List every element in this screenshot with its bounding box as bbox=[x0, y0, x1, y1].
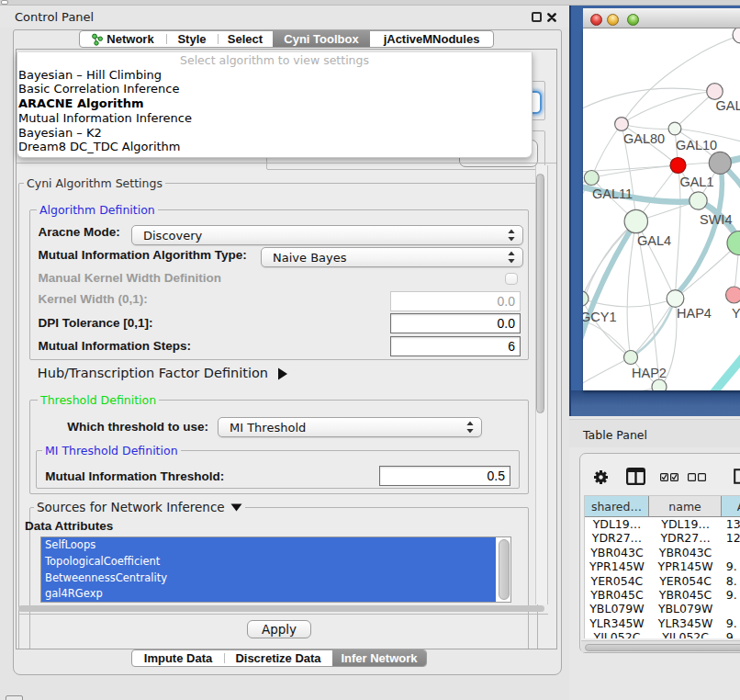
dropdown-item-aracne-algorithm[interactable]: ARACNE Algorithm bbox=[17, 96, 532, 111]
dropdown-item-basic-correlation-inference[interactable]: Basic Correlation Inference bbox=[17, 82, 532, 96]
mi-threshold-field[interactable]: 0.5 bbox=[379, 466, 511, 486]
attribute-item-gal4rgexp[interactable]: gal4RGexp bbox=[41, 586, 496, 603]
attribute-item-topologicalcoefficient[interactable]: TopologicalCoefficient bbox=[41, 554, 496, 570]
column-header-A[interactable]: A bbox=[722, 496, 740, 517]
network-node-HAP2n[interactable] bbox=[624, 351, 638, 365]
table-body: YDL19…YDL19…13YDR27…YDR27…12YBR043CYBR04… bbox=[585, 517, 740, 638]
zoom-window-icon[interactable] bbox=[627, 14, 639, 26]
network-edge[interactable] bbox=[591, 165, 678, 178]
attribute-item-betweennesscentrality[interactable]: BetweennessCentrality bbox=[41, 570, 496, 587]
network-edge[interactable] bbox=[622, 92, 715, 125]
window-frame-bottom bbox=[571, 390, 740, 416]
network-edge[interactable] bbox=[627, 221, 636, 357]
dropdown-item-bayesian-k2[interactable]: Bayesian – K2 bbox=[17, 126, 532, 141]
control-panel-titlebar: Control Panel bbox=[0, 6, 569, 28]
tab-jactivemnodules[interactable]: jActiveMNodules bbox=[370, 31, 493, 47]
table-cell: YER054C bbox=[649, 574, 721, 588]
window-frame-edge bbox=[569, 6, 571, 416]
checked-columns-icon[interactable] bbox=[660, 473, 678, 481]
attribute-item-selfloops[interactable]: SelfLoops bbox=[41, 537, 496, 554]
sources-group-title[interactable]: Sources for Network Inference bbox=[34, 501, 245, 514]
document-icon[interactable] bbox=[734, 469, 740, 484]
close-panel-icon[interactable] bbox=[547, 13, 556, 22]
split-columns-icon[interactable] bbox=[626, 468, 645, 485]
table-row[interactable]: YDR27…YDR27…12 bbox=[585, 531, 740, 545]
network-node-SWI4n[interactable] bbox=[690, 192, 707, 209]
column-header-shared…[interactable]: shared… bbox=[585, 496, 650, 517]
table-row[interactable]: YLR345WYLR345W9. bbox=[585, 616, 740, 630]
kernel-width-field[interactable]: 0.0 bbox=[390, 291, 521, 311]
table-row[interactable]: YPR145WYPR145W9. bbox=[585, 559, 740, 573]
vertical-scrollbar-thumb[interactable] bbox=[536, 174, 544, 413]
dpi-tolerance-label: DPI Tolerance [0,1]: bbox=[39, 316, 153, 331]
algorithm-definition-title: Algorithm Definition bbox=[37, 203, 158, 217]
table-hscrollbar-thumb[interactable] bbox=[585, 644, 740, 651]
tab-label: Network bbox=[107, 32, 153, 46]
dropdown-item-mutual-information-inference[interactable]: Mutual Information Inference bbox=[17, 111, 532, 126]
network-node-grayn[interactable] bbox=[709, 152, 731, 174]
table-row[interactable]: YBR045CYBR045C9. bbox=[585, 588, 740, 602]
network-node-biggreen[interactable] bbox=[727, 231, 740, 255]
table-cell: 8. bbox=[722, 574, 740, 588]
network-edge[interactable] bbox=[583, 88, 715, 110]
network-node-GAL11n[interactable] bbox=[584, 171, 599, 186]
network-edge[interactable] bbox=[583, 387, 659, 390]
minimize-window-icon[interactable] bbox=[607, 14, 619, 26]
settings-group-title: Cyni Algorithm Settings bbox=[24, 176, 165, 190]
network-node-top-right[interactable] bbox=[733, 28, 740, 43]
table-hscrollbar-track[interactable] bbox=[581, 640, 740, 652]
tab-impute-data[interactable]: Impute Data bbox=[132, 650, 224, 666]
dropdown-item-dream8-dc-tdc-algorithm[interactable]: Dream8 DC_TDC Algorithm bbox=[17, 140, 532, 154]
tab-discretize-data[interactable]: Discretize Data bbox=[224, 650, 332, 666]
column-header-name[interactable]: name bbox=[649, 496, 721, 517]
dpi-tolerance-field[interactable]: 0.0 bbox=[390, 313, 521, 333]
network-node-GAL10n[interactable] bbox=[668, 122, 681, 135]
network-edge[interactable] bbox=[708, 351, 740, 390]
apply-button[interactable]: Apply bbox=[247, 620, 311, 638]
tab-select[interactable]: Select bbox=[218, 31, 273, 47]
horizontal-scrollbar-thumb[interactable] bbox=[18, 605, 544, 612]
tab-infer-network[interactable]: Infer Network bbox=[332, 650, 426, 666]
list-scrollbar-thumb[interactable] bbox=[499, 539, 510, 600]
manual-kernel-label: Manual Kernel Width Definition bbox=[39, 271, 221, 286]
table-cell: 12 bbox=[722, 531, 740, 545]
tab-cyni-toolbox[interactable]: Cyni Toolbox bbox=[273, 31, 370, 47]
network-node-GCY1n[interactable] bbox=[583, 291, 589, 306]
table-row[interactable]: YDL19…YDL19…13 bbox=[585, 517, 740, 531]
network-canvas[interactable]: GALGAL80GAL10GAL1GAL11SWI4GAL4GCY1HAP4YH… bbox=[583, 28, 740, 390]
mi-threshold-label: Mutual Information Threshold: bbox=[45, 469, 224, 484]
network-node-GAL80n[interactable] bbox=[615, 118, 629, 131]
expand-right-icon[interactable] bbox=[277, 367, 288, 380]
unchecked-columns-icon[interactable] bbox=[688, 473, 706, 481]
network-node-GAL4n[interactable] bbox=[624, 209, 647, 232]
table-cell: YLR345W bbox=[649, 616, 721, 630]
bottom-left-chip[interactable] bbox=[6, 695, 23, 700]
network-edge[interactable] bbox=[622, 124, 675, 129]
close-window-icon[interactable] bbox=[590, 14, 602, 26]
float-window-icon[interactable] bbox=[532, 12, 542, 22]
network-node-redn[interactable] bbox=[670, 158, 686, 174]
node-label-HAP4n: HAP4 bbox=[677, 306, 712, 321]
table-row[interactable]: YIL052CYIL052C9 bbox=[585, 630, 740, 638]
network-node-bottomn[interactable] bbox=[652, 379, 667, 390]
network-edge[interactable] bbox=[583, 357, 631, 389]
which-threshold-label: Which threshold to use: bbox=[56, 420, 208, 435]
dropdown-item-bayesian-hill-climbing[interactable]: Bayesian – Hill Climbing bbox=[17, 68, 532, 83]
network-window-titlebar[interactable] bbox=[583, 8, 740, 28]
table-row[interactable]: YER054CYER054C8. bbox=[585, 574, 740, 588]
manual-kernel-checkbox[interactable] bbox=[505, 273, 518, 285]
network-node-salmonn[interactable] bbox=[726, 287, 740, 303]
hub-factor-label[interactable]: Hub/Transcription Factor Definition bbox=[38, 365, 268, 381]
table-row[interactable]: YBL079WYBL079W bbox=[585, 602, 740, 615]
mi-type-select[interactable]: Naive Bayes bbox=[261, 247, 523, 267]
table-cell: 9 bbox=[722, 630, 740, 638]
mi-steps-field[interactable]: 6 bbox=[390, 336, 521, 356]
which-threshold-select[interactable]: MI Threshold bbox=[218, 417, 482, 437]
table-row[interactable]: YBR043CYBR043C bbox=[585, 546, 740, 559]
tab-network[interactable]: Network bbox=[80, 31, 166, 47]
data-attributes-list[interactable]: SelfLoopsTopologicalCoefficientBetweenne… bbox=[40, 536, 511, 603]
gear-icon[interactable] bbox=[594, 470, 608, 484]
tab-style[interactable]: Style bbox=[166, 31, 218, 47]
network-node-GALx[interactable] bbox=[707, 84, 723, 100]
aracne-mode-select[interactable]: Discovery bbox=[131, 225, 523, 245]
